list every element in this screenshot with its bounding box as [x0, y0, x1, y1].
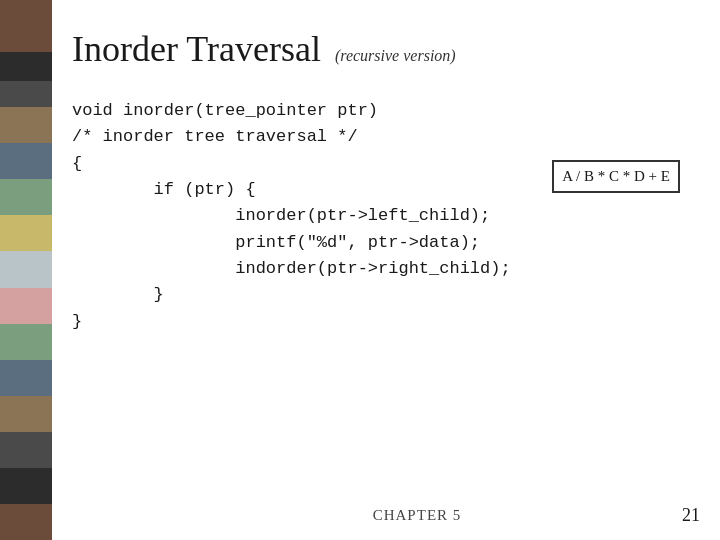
- bar-segment: [0, 81, 52, 108]
- code-line: }: [72, 309, 690, 335]
- code-line: inorder(ptr->left_child);: [72, 203, 690, 229]
- code-line: indorder(ptr->right_child);: [72, 256, 690, 282]
- code-line: void inorder(tree_pointer ptr): [72, 98, 690, 124]
- title-row: Inorder Traversal (recursive version): [72, 28, 690, 70]
- bar-segment: [0, 360, 52, 396]
- main-content: Inorder Traversal (recursive version) vo…: [52, 0, 720, 540]
- slide-title: Inorder Traversal: [72, 28, 321, 70]
- code-line: }: [72, 282, 690, 308]
- code-line: printf("%d", ptr->data);: [72, 230, 690, 256]
- bar-segment: [0, 215, 52, 251]
- bar-segment: [0, 468, 52, 504]
- footer-chapter: CHAPTER 5: [373, 507, 462, 524]
- footer-page: 21: [682, 505, 700, 526]
- bar-segment: [0, 107, 52, 143]
- bar-segment: [0, 288, 52, 324]
- footer: CHAPTER 5 21: [52, 505, 720, 526]
- code-block: void inorder(tree_pointer ptr)/* inorder…: [72, 98, 690, 335]
- bar-segment: [0, 179, 52, 215]
- bar-segment: [0, 52, 52, 80]
- bar-segment: [0, 251, 52, 287]
- left-color-bar: [0, 0, 52, 540]
- bar-segment: [0, 324, 52, 360]
- bar-segment: [0, 504, 52, 540]
- bar-segment: [0, 143, 52, 179]
- bar-segment: [0, 432, 52, 468]
- bar-segment: [0, 396, 52, 432]
- code-line: /* inorder tree traversal */: [72, 124, 690, 150]
- slide-subtitle: (recursive version): [335, 47, 456, 65]
- annotation-box: A / B * C * D + E: [552, 160, 680, 193]
- bar-segment: [0, 0, 52, 52]
